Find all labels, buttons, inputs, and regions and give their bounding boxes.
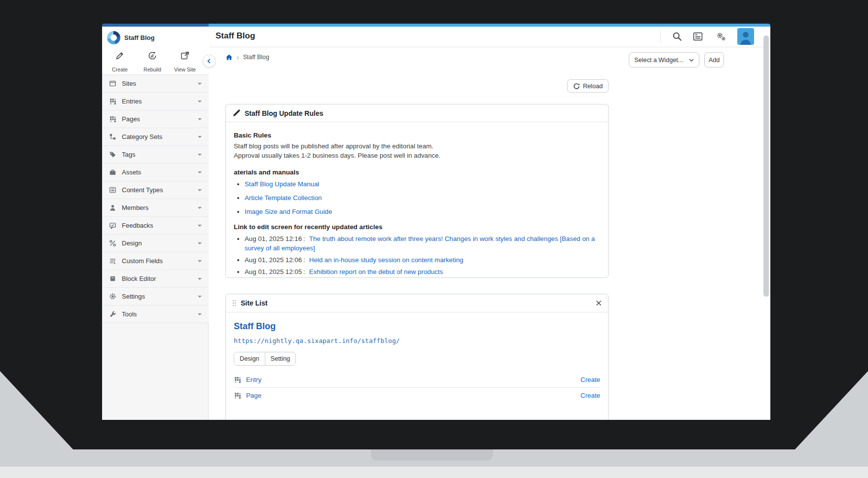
materials-link[interactable]: Image Size and Format Guide [245,208,332,215]
materials-link[interactable]: Staff Blog Update Manual [245,180,319,188]
search-icon[interactable] [672,31,683,42]
category-sets-icon [109,133,116,140]
add-widget-label: Add [709,57,720,64]
settings-icon [109,293,116,300]
update-rules-header: Staff Blog Update Rules [226,104,608,122]
sidebar-item-category-sets[interactable]: Category Sets [102,128,209,146]
sidebar-item-label: Entries [122,98,142,105]
rebuild-icon [147,51,157,61]
sidebar-item-content-types[interactable]: Content Types [102,181,209,199]
site-action-group: Design Setting [234,352,296,366]
article-link[interactable]: Exhibition report on the debut of new pr… [309,268,443,275]
sidebar-toolbar: Create Rebuild View Site [102,48,209,75]
sidebar-item-tags[interactable]: Tags [102,146,209,164]
sidebar-item-settings[interactable]: Settings [102,288,209,306]
sidebar-header: Staff Blog [102,27,209,48]
close-icon[interactable] [596,300,602,306]
content-menu-icon[interactable] [692,31,703,42]
sidebar-item-label: Members [122,204,148,211]
recent-articles-list: Aug 01, 2025 12:16:The truth about remot… [234,234,600,276]
chevron-down-icon [198,154,202,156]
rebuild-button[interactable]: Rebuild [136,51,169,72]
design-button[interactable]: Design [234,352,265,365]
sidebar-item-label: Settings [122,293,145,300]
laptop-screen: Staff Blog Create Rebuild View Site [0,0,868,478]
app-window: Staff Blog Create Rebuild View Site [102,24,770,420]
basic-rules-line: Staff blog posts will be published after… [234,141,600,151]
chevron-down-icon [198,83,202,85]
chevron-down-icon [198,225,202,227]
list-item: Aug 01, 2025 12:16:The truth about remot… [245,234,600,253]
reload-button[interactable]: Reload [567,79,609,93]
view-site-label: View Site [174,67,196,72]
scrollbar-thumb[interactable] [763,35,769,297]
create-entry-link[interactable]: Create [580,376,600,383]
article-timestamp: Aug 01, 2025 12:05 [245,268,302,275]
custom-fields-icon [109,257,116,265]
site-url-link[interactable]: https://nightly.qa.sixapart.info/staffbl… [234,337,400,344]
article-link[interactable]: Held an in-house study session on conten… [309,256,464,264]
site-list-widget: Site List Staff Blog https://nightly.qa.… [225,294,609,420]
sidebar-item-assets[interactable]: Assets [102,164,209,181]
reload-icon [573,83,580,90]
materials-links-list: Staff Blog Update Manual Article Templat… [234,179,600,216]
sidebar-item-label: Tools [122,310,137,318]
widget-select[interactable]: Select a Widget... [629,52,699,68]
settings-gears-icon[interactable] [716,31,726,42]
user-avatar[interactable] [737,28,754,45]
pages-icon [109,115,116,123]
main-header: Staff Blog [209,27,770,47]
site-name-link[interactable]: Staff Blog [234,321,276,332]
setting-button[interactable]: Setting [265,352,296,365]
sidebar-item-sites[interactable]: Sites [102,75,209,93]
sidebar-item-label: Block Editor [122,275,156,282]
chevron-down-icon [198,118,202,120]
create-button[interactable]: Create [104,51,136,72]
page-icon [234,392,241,399]
update-rules-widget: Staff Blog Update Rules Basic Rules Staf… [225,104,609,278]
content-types-icon [109,186,116,194]
drag-handle-icon[interactable] [232,300,236,307]
list-item: Image Size and Format Guide [245,207,600,216]
sidebar-item-members[interactable]: Members [102,199,209,217]
pencil-icon [115,51,125,61]
site-list-body: Staff Blog https://nightly.qa.sixapart.i… [226,312,608,409]
site-content-rows: Entry Create Page Create [234,372,600,403]
add-widget-button[interactable]: Add [704,52,724,68]
article-timestamp: Aug 01, 2025 12:06 [245,256,302,264]
sidebar-item-label: Tags [122,151,135,158]
view-site-icon [180,51,190,61]
sidebar-item-feedbacks[interactable]: Feedbacks [102,217,209,235]
sidebar-item-label: Sites [122,80,136,87]
sidebar-item-tools[interactable]: Tools [102,306,209,323]
sidebar-item-block-editor[interactable]: Block Editor [102,270,209,288]
sidebar-item-label: Content Types [122,186,163,194]
sidebar-item-pages[interactable]: Pages [102,110,209,128]
page-link[interactable]: Page [246,392,261,399]
sidebar: Staff Blog Create Rebuild View Site [102,27,209,420]
reload-label: Reload [583,83,603,90]
materials-link[interactable]: Article Template Collection [245,194,322,202]
breadcrumb: › Staff Blog [225,51,269,64]
timestamp-separator: : [303,268,305,275]
entry-link[interactable]: Entry [246,376,261,383]
sites-icon [109,80,116,87]
sidebar-item-custom-fields[interactable]: Custom Fields [102,252,209,270]
list-item: Staff Blog Update Manual [245,179,600,189]
sidebar-collapse-button[interactable] [203,55,216,68]
basic-rules-line: Approval usually takes 1-2 business days… [234,151,600,160]
chevron-down-icon [198,242,202,244]
view-site-button[interactable]: View Site [169,51,201,72]
entry-icon [234,376,241,383]
create-page-link[interactable]: Create [580,392,600,399]
chevron-down-icon [198,207,202,209]
pen-icon [232,109,240,117]
sidebar-item-entries[interactable]: Entries [102,93,209,110]
tools-icon [109,310,116,318]
sidebar-item-design[interactable]: Design [102,235,209,252]
block-editor-icon [109,275,116,282]
home-icon[interactable] [225,54,233,61]
desk-surface [0,467,868,478]
list-item: Aug 01, 2025 12:06:Held an in-house stud… [245,255,600,265]
entries-icon [109,98,116,105]
